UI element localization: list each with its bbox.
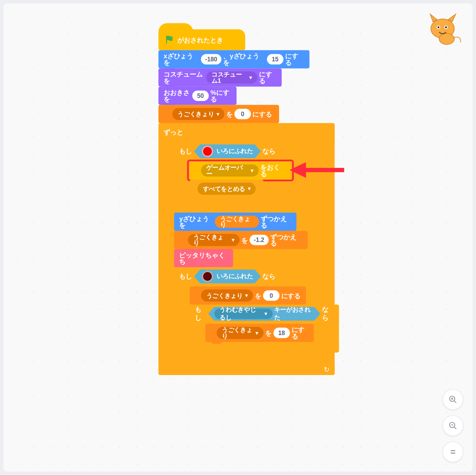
hat-label: がおされたとき (177, 37, 223, 43)
stop-dropdown[interactable]: すべてをとめる (197, 183, 256, 195)
text: ずつかえる (270, 233, 302, 246)
annotation-arrow (289, 158, 345, 184)
zoom-in-button[interactable] (443, 390, 463, 410)
value-input[interactable]: -1.2 (250, 235, 269, 245)
text: なら (322, 305, 334, 322)
text: を (241, 237, 248, 243)
touching-color-boolean-2[interactable]: いろにふれた (194, 270, 261, 283)
key-pressed-boolean[interactable]: うわむきやじるし キーがおされた (208, 307, 320, 321)
text: を (255, 292, 261, 299)
variable-dropdown[interactable]: うごくきょり (188, 234, 240, 246)
key-dropdown[interactable]: うわむきやじるし (214, 309, 272, 319)
text: ずつかえる (261, 215, 291, 228)
text: にする (285, 53, 304, 66)
text: なら (262, 272, 276, 281)
change-y-block[interactable]: yざひょうを うごくきょり ずつかえる (174, 213, 296, 231)
goto-xy-block[interactable]: xざひょうを -180 、yざひょうを 15 にする (158, 50, 309, 68)
loop-arrow-icon: ↻ (324, 365, 329, 374)
color-swatch[interactable] (202, 271, 213, 282)
zoom-controls: = (443, 390, 463, 462)
if-block-3[interactable]: もし うわむきやじるし キーがおされた なら うごくきょり (190, 305, 339, 353)
app-frame: がおされたとき xざひょうを -180 、yざひょうを 15 にする コスチュー… (0, 0, 476, 475)
text: にする (281, 292, 301, 299)
text: もし (179, 272, 192, 281)
svg-point-3 (438, 27, 439, 28)
variable-dropdown[interactable]: うごくきょり (217, 327, 263, 339)
change-variable-block[interactable]: うごくきょり を -1.2 ずつかえる (174, 231, 308, 249)
scripts-canvas[interactable]: がおされたとき xざひょうを -180 、yざひょうを 15 にする コスチュー… (3, 3, 473, 472)
text: 、yざひょうを (223, 53, 265, 66)
value-input[interactable]: 18 (273, 328, 290, 338)
switch-costume-block[interactable]: コスチュームを コスチューム1 にする (158, 68, 282, 87)
green-flag-icon (165, 35, 174, 44)
text: おおきさを (164, 89, 190, 102)
highlight-box: ゲームオーバー をおくる (190, 161, 291, 180)
costume-dropdown[interactable]: コスチューム1 (206, 71, 257, 83)
when-flag-clicked-block[interactable]: がおされたとき (158, 29, 245, 50)
value-input[interactable]: 0 (263, 290, 280, 301)
text: にする (252, 111, 272, 117)
touching-color-boolean[interactable]: いろにふれた (194, 144, 261, 158)
if-block-1[interactable]: もし いろにふれた なら ゲームオーバー (174, 142, 304, 209)
text: をおくる (260, 164, 286, 177)
size-input[interactable]: 50 (192, 91, 209, 101)
broadcast-block[interactable]: ゲームオーバー をおくる (190, 161, 291, 180)
value-input[interactable]: 0 (235, 109, 251, 119)
svg-point-5 (445, 27, 447, 28)
set-variable-block-1[interactable]: うごくきょり を 0 にする (158, 105, 279, 123)
text: を (265, 330, 272, 336)
if-block-2[interactable]: もし いろにふれた なら うごくきょり を (174, 267, 330, 363)
text: xざひょうを (164, 53, 199, 66)
script-stack: がおされたとき xざひょうを -180 、yざひょうを 15 にする コスチュー… (158, 29, 335, 375)
custom-block-landing[interactable]: ピッタリちゃくち (174, 249, 233, 267)
set-variable-block-2[interactable]: うごくきょり を 0 にする (190, 286, 306, 305)
text: yざひょうを (179, 215, 213, 228)
scratch-cat-watermark (423, 12, 464, 47)
text: キーがおされた (274, 306, 312, 322)
set-size-block[interactable]: おおきさを 50 %にする (158, 87, 237, 105)
text: にする (259, 71, 277, 84)
svg-line-9 (454, 401, 456, 403)
text: にする (292, 326, 309, 340)
text: なら (262, 147, 276, 155)
color-swatch[interactable] (202, 146, 213, 157)
custom-block-label: ピッタリちゃくち (179, 252, 228, 265)
text: コスチュームを (164, 71, 205, 84)
variable-dropdown[interactable]: うごくきょり (201, 290, 253, 302)
stop-block[interactable]: すべてをとめる (190, 180, 263, 198)
y-input[interactable]: 15 (267, 54, 283, 64)
text: もし (195, 305, 207, 322)
svg-line-13 (454, 427, 456, 429)
set-variable-block-3[interactable]: うごくきょり を 18 にする (205, 324, 314, 342)
variable-dropdown[interactable]: うごくきょり (172, 108, 224, 120)
forever-label: ずっと (164, 128, 183, 137)
message-dropdown[interactable]: ゲームオーバー (201, 164, 258, 176)
text: いろにふれた (217, 148, 253, 155)
text: もし (179, 147, 192, 155)
zoom-out-button[interactable] (443, 416, 463, 436)
variable-reporter[interactable]: うごくきょり (215, 216, 259, 228)
text: いろにふれた (217, 273, 253, 281)
x-input[interactable]: -180 (201, 54, 221, 64)
text: を (226, 111, 233, 117)
zoom-reset-button[interactable]: = (443, 442, 463, 462)
text: %にする (210, 89, 231, 102)
svg-point-1 (439, 33, 454, 44)
svg-marker-7 (290, 162, 306, 178)
